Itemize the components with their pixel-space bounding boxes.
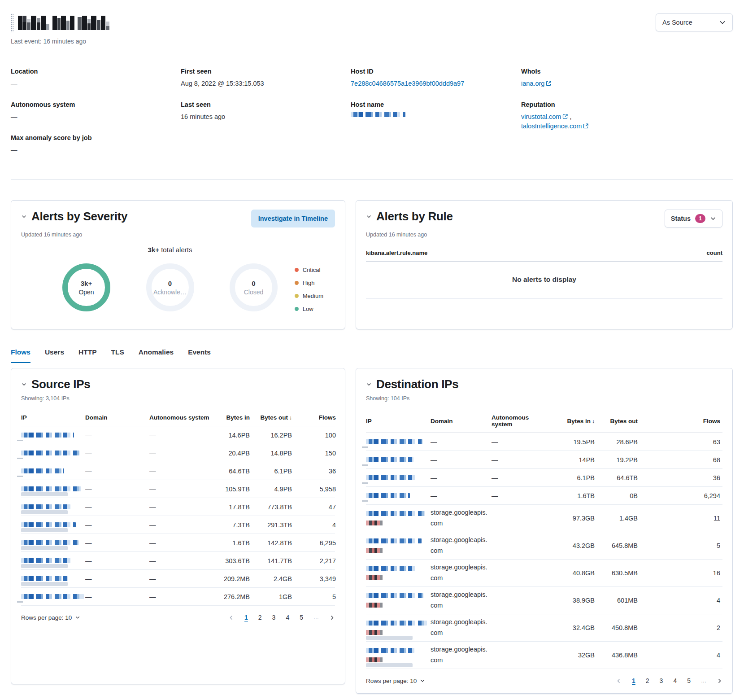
page-number[interactable]: 5 [300, 614, 303, 621]
reputation-link-talos[interactable]: talosIntelligence.com [521, 122, 582, 130]
destination-ip-cell[interactable] [366, 645, 431, 665]
source-ip-cell[interactable] [21, 430, 85, 440]
table-row[interactable]: storage.googleapis.com 32GB 436.8MB 4 [366, 642, 722, 669]
page-number[interactable]: 5 [687, 677, 691, 684]
page-number[interactable]: 1 [632, 677, 635, 684]
column-header-autonomous-system[interactable]: Autonomous system [492, 414, 550, 428]
source-ip-cell[interactable] [21, 466, 85, 476]
alerts-by-rule-header[interactable]: Alerts by Rule [366, 210, 453, 223]
low-dot-icon [295, 307, 299, 311]
column-header-bytes-out[interactable]: Bytes out↓ [250, 414, 292, 421]
column-header-domain[interactable]: Domain [431, 418, 492, 424]
host-id-link[interactable]: 7e288c04686575a1e3969bf00ddd9a97 [351, 80, 464, 87]
tab-http[interactable]: HTTP [78, 348, 96, 363]
table-row[interactable]: — — 6.1PB 64.6TB 36 [366, 469, 722, 487]
table-row[interactable]: — — 303.6TB 141.7TB 2,217 [21, 552, 335, 570]
column-header-bytes-in[interactable]: Bytes in↓ [550, 418, 595, 424]
table-row[interactable]: — — 105.9TB 4.9PB 5,958 [21, 480, 335, 498]
column-header-autonomous-system[interactable]: Autonomous system [149, 414, 213, 421]
source-ip-cell[interactable] [21, 484, 85, 494]
tab-users[interactable]: Users [45, 348, 64, 363]
page-number[interactable]: 3 [272, 614, 276, 621]
collapse-chevron-icon[interactable] [366, 214, 372, 219]
table-row[interactable]: storage.googleapis.com 32.4GB 450.8MB 2 [366, 614, 722, 642]
donut-closed[interactable]: 0 Closed [230, 263, 278, 311]
rows-per-page-selector[interactable]: Rows per page: 10 [366, 678, 425, 684]
table-row[interactable]: — — 1.6TB 0B 6,294 [366, 487, 722, 505]
source-ips-header[interactable]: Source IPs [21, 377, 90, 391]
column-header-domain[interactable]: Domain [85, 414, 149, 421]
next-page-icon[interactable] [717, 678, 722, 684]
table-row[interactable]: — — 14PB 19.2PB 68 [366, 451, 722, 469]
table-row[interactable]: storage.googleapis.com 43.2GB 645.8MB 5 [366, 532, 722, 560]
destination-ip-cell[interactable] [366, 536, 431, 556]
table-row[interactable]: — — 14.6PB 16.2PB 100 [21, 426, 335, 444]
next-page-icon[interactable] [329, 615, 335, 621]
medium-dot-icon [295, 294, 299, 298]
table-row[interactable]: — — 1.6TB 142.8TB 6,295 [21, 534, 335, 552]
destination-ip-cell[interactable] [366, 490, 431, 501]
tab-anomalies[interactable]: Anomalies [139, 348, 174, 363]
source-ip-cell[interactable] [21, 502, 85, 512]
page-number[interactable]: 2 [258, 614, 262, 621]
previous-page-icon[interactable] [228, 615, 234, 621]
status-filter-dropdown[interactable]: Status 1 [665, 210, 722, 228]
whois-link[interactable]: iana.org [521, 80, 544, 87]
column-header-flows[interactable]: Flows [638, 418, 720, 424]
table-row[interactable]: storage.googleapis.com 97.3GB 1.4GB 11 [366, 505, 722, 532]
as-source-select[interactable]: As Source [656, 13, 733, 31]
table-row[interactable]: storage.googleapis.com 40.8GB 630.5MB 16 [366, 560, 722, 587]
column-header-bytes-in[interactable]: Bytes in [213, 414, 250, 421]
flows-cell: 6,294 [638, 492, 720, 499]
tab-tls[interactable]: TLS [111, 348, 124, 363]
column-header-ip[interactable]: IP [366, 418, 431, 424]
source-ip-cell[interactable] [21, 538, 85, 548]
table-row[interactable]: — — 20.4PB 14.8PB 150 [21, 444, 335, 462]
donut-open[interactable]: 3k+ Open [62, 263, 110, 311]
table-row[interactable]: — — 19.5PB 28.6PB 63 [366, 433, 722, 451]
destination-ip-cell[interactable] [366, 591, 431, 610]
table-row[interactable]: — — 7.3TB 291.3TB 4 [21, 516, 335, 534]
drag-handle-icon[interactable] [11, 13, 14, 32]
collapse-chevron-icon[interactable] [21, 214, 27, 219]
column-header-ip[interactable]: IP [21, 414, 85, 421]
tab-events[interactable]: Events [188, 348, 211, 363]
previous-page-icon[interactable] [616, 678, 622, 684]
destination-ips-header[interactable]: Destination IPs [366, 377, 458, 391]
page-number[interactable]: 2 [646, 677, 649, 684]
destination-ip-cell[interactable] [366, 472, 431, 483]
source-ip-cell[interactable] [21, 556, 85, 566]
source-ip-cell[interactable] [21, 520, 85, 530]
page-number[interactable]: 1 [244, 614, 248, 621]
source-ip-cell[interactable] [21, 591, 85, 602]
page-number[interactable]: 3 [660, 677, 663, 684]
table-row[interactable]: storage.googleapis.com 38.9GB 601MB 4 [366, 587, 722, 614]
destination-ip-cell[interactable] [366, 508, 431, 528]
as-cell: — [149, 486, 213, 493]
column-header-flows[interactable]: Flows [292, 414, 336, 421]
table-row[interactable]: — — 276.2MB 1GB 5 [21, 588, 335, 606]
table-row[interactable]: — — 64.6TB 6.1PB 36 [21, 462, 335, 480]
page-number[interactable]: 4 [286, 614, 289, 621]
destination-ip-cell[interactable] [366, 563, 431, 583]
collapse-chevron-icon[interactable] [21, 381, 27, 387]
reputation-link-virustotal[interactable]: virustotal.com [521, 113, 561, 120]
destination-ip-cell[interactable] [366, 437, 431, 447]
donut-acknowledged[interactable]: 0 Acknowle… [146, 263, 194, 311]
source-ip-cell[interactable] [21, 448, 85, 458]
investigate-in-timeline-button[interactable]: Investigate in Timeline [251, 210, 335, 228]
rows-per-page-selector[interactable]: Rows per page: 10 [21, 614, 80, 621]
column-header-bytes-out[interactable]: Bytes out [595, 418, 638, 424]
alerts-by-severity-header[interactable]: Alerts by Severity [21, 210, 127, 223]
source-ip-cell[interactable] [21, 573, 85, 584]
flows-cell: 5 [292, 593, 336, 600]
destination-ip-cell[interactable] [366, 618, 431, 638]
tab-flows[interactable]: Flows [11, 348, 30, 363]
redacted-host-name[interactable] [351, 112, 405, 117]
table-row[interactable]: — — 17.8TB 773.8TB 47 [21, 498, 335, 516]
destination-ip-cell[interactable] [366, 455, 431, 465]
page-number[interactable]: 4 [673, 677, 677, 684]
field-label: First seen [181, 68, 351, 75]
collapse-chevron-icon[interactable] [366, 381, 372, 387]
table-row[interactable]: — — 209.2MB 2.4GB 3,349 [21, 570, 335, 588]
